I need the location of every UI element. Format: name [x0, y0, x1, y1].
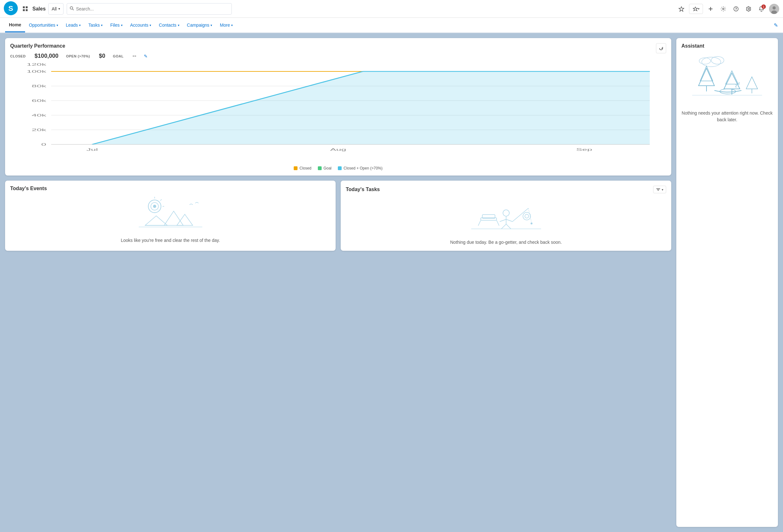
svg-point-65 [531, 222, 532, 224]
chevron-opportunities: ▾ [57, 24, 58, 27]
new-button[interactable] [706, 4, 716, 14]
performance-chart: 0 20k 40k 60k 80k 100k 120k Jul Aug Sep [10, 62, 666, 163]
goal-label: GOAL [113, 54, 124, 58]
assistant-message: Nothing needs your attention right now. … [681, 110, 773, 123]
svg-marker-36 [92, 71, 650, 145]
svg-text:?: ? [735, 7, 737, 11]
chevron-accounts: ▾ [150, 24, 151, 27]
all-label: All [52, 6, 57, 11]
svg-line-7 [73, 9, 74, 10]
svg-text:Sep: Sep [576, 148, 592, 151]
nav-item-leads[interactable]: Leads ▾ [62, 18, 85, 32]
chevron-down-tasks: ▾ [662, 188, 663, 191]
svg-line-56 [497, 220, 499, 226]
settings-icon[interactable] [744, 4, 754, 14]
quarterly-performance-card: Quarterly Performance CLOSED $100,000 OP… [5, 38, 671, 176]
svg-point-6 [70, 7, 73, 9]
chart-legend: Closed Goal Closed + Open (>70%) [10, 166, 666, 170]
nav-item-contacts[interactable]: Contacts ▾ [155, 18, 183, 32]
main-content: Quarterly Performance CLOSED $100,000 OP… [0, 33, 783, 532]
nav-item-home[interactable]: Home [5, 18, 25, 32]
svg-text:S: S [8, 4, 13, 12]
svg-text:z: z [735, 83, 737, 88]
legend-closed: Closed [294, 166, 311, 170]
chevron-campaigns: ▾ [211, 24, 212, 27]
closed-value: $100,000 [35, 53, 58, 59]
legend-goal: Goal [318, 166, 332, 170]
svg-text:120k: 120k [27, 63, 46, 66]
svg-point-70 [711, 57, 724, 64]
legend-dot-goal [318, 166, 322, 170]
chevron-files: ▾ [121, 24, 123, 27]
svg-text:z: z [738, 81, 740, 85]
svg-text:80k: 80k [32, 84, 46, 88]
nav-edit-icon[interactable]: ✎ [774, 22, 778, 28]
notification-bell-icon[interactable]: 1 [756, 4, 766, 14]
svg-marker-45 [164, 211, 183, 225]
todays-events-message: Looks like you're free and clear the res… [10, 237, 331, 244]
left-column: Quarterly Performance CLOSED $100,000 OP… [5, 38, 671, 527]
nav-item-more[interactable]: More ▾ [216, 18, 237, 32]
svg-marker-9 [693, 7, 697, 11]
svg-line-59 [500, 219, 506, 222]
search-input[interactable] [76, 6, 229, 11]
svg-rect-3 [26, 6, 28, 8]
grid-icon[interactable] [20, 4, 30, 14]
events-illustration [10, 195, 331, 233]
favorites-icon[interactable] [676, 4, 687, 14]
closed-label: CLOSED [10, 54, 26, 58]
nav-item-files[interactable]: Files ▾ [106, 18, 126, 32]
svg-point-69 [702, 57, 721, 67]
open-label: OPEN (>70%) [66, 54, 90, 58]
task-filter-button[interactable]: ▾ [653, 186, 666, 193]
setup-icon[interactable] [718, 4, 728, 14]
svg-text:0: 0 [41, 143, 46, 146]
svg-rect-4 [23, 9, 25, 11]
svg-point-15 [748, 8, 750, 9]
nav-item-campaigns[interactable]: Campaigns ▾ [183, 18, 216, 32]
svg-line-62 [506, 224, 511, 229]
refresh-button[interactable] [656, 43, 666, 53]
svg-marker-8 [679, 7, 684, 11]
legend-closed-open-label: Closed + Open (>70%) [344, 166, 383, 170]
chevron-more: ▾ [231, 24, 233, 27]
svg-line-64 [528, 208, 532, 222]
bottom-row: Today's Events [5, 181, 671, 251]
favorite-toggle-btn[interactable]: ▾ [689, 4, 703, 14]
svg-point-17 [773, 6, 776, 9]
goal-value: -- [132, 53, 136, 59]
svg-point-80 [720, 89, 736, 94]
svg-line-60 [506, 219, 512, 222]
nav-item-accounts[interactable]: Accounts ▾ [126, 18, 155, 32]
quarterly-performance-title: Quarterly Performance [10, 43, 666, 49]
chevron-leads: ▾ [79, 24, 81, 27]
legend-closed-label: Closed [300, 166, 311, 170]
edit-goal-icon[interactable]: ✎ [144, 54, 148, 59]
app-name: Sales [32, 6, 46, 12]
search-all-dropdown[interactable]: All ▾ [48, 3, 64, 14]
legend-goal-label: Goal [323, 166, 332, 170]
nav-item-tasks[interactable]: Tasks ▾ [85, 18, 106, 32]
search-icon [69, 6, 74, 11]
chevron-tasks: ▾ [101, 24, 102, 27]
svg-marker-75 [724, 73, 740, 89]
todays-tasks-title: Today's Tasks [346, 187, 380, 192]
chart-area: 0 20k 40k 60k 80k 100k 120k Jul Aug Sep [10, 62, 666, 163]
user-avatar[interactable] [769, 4, 779, 14]
svg-marker-72 [698, 68, 714, 86]
svg-marker-47 [145, 216, 167, 225]
svg-point-57 [503, 210, 509, 216]
salesforce-logo[interactable]: S [4, 1, 20, 16]
nav-item-opportunities[interactable]: Opportunities ▾ [25, 18, 62, 32]
right-column: Assistant [676, 38, 778, 527]
todays-events-card: Today's Events [5, 181, 336, 251]
assistant-card: Assistant [676, 38, 778, 527]
svg-line-63 [512, 208, 528, 222]
tasks-card-header: Today's Tasks ▾ [346, 186, 666, 193]
svg-marker-78 [746, 77, 758, 89]
svg-rect-5 [26, 9, 28, 11]
help-icon[interactable]: ? [731, 4, 741, 14]
svg-point-67 [525, 214, 529, 218]
svg-line-43 [160, 199, 162, 200]
assistant-illustration: z z [681, 54, 773, 105]
